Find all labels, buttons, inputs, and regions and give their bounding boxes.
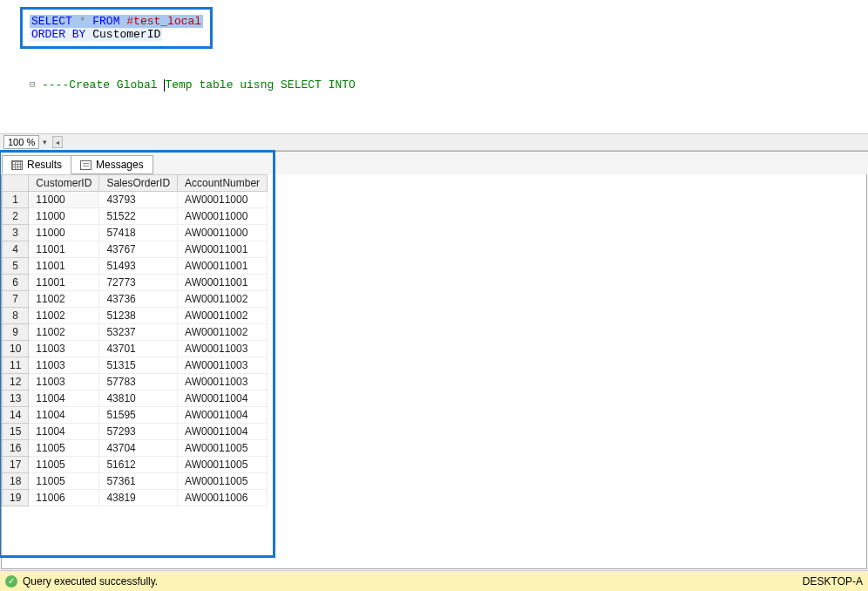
rownum-cell[interactable]: 5 bbox=[3, 258, 29, 275]
data-cell[interactable]: 11004 bbox=[29, 407, 99, 424]
rownum-cell[interactable]: 1 bbox=[3, 192, 29, 208]
rownum-cell[interactable]: 19 bbox=[3, 490, 29, 506]
rownum-cell[interactable]: 6 bbox=[3, 275, 29, 291]
data-cell[interactable]: AW00011001 bbox=[178, 275, 268, 291]
rownum-cell[interactable]: 14 bbox=[3, 407, 29, 424]
data-cell[interactable]: 57293 bbox=[99, 424, 178, 440]
data-cell[interactable]: 11003 bbox=[29, 341, 99, 357]
data-cell[interactable]: AW00011006 bbox=[178, 490, 268, 506]
data-cell[interactable]: 11000 bbox=[29, 225, 99, 241]
sql-editor[interactable]: ⊟ SELECT * FROM #test_local ORDER BY Cus… bbox=[0, 0, 868, 133]
data-cell[interactable]: AW00011002 bbox=[178, 291, 268, 308]
data-cell[interactable]: 51493 bbox=[99, 258, 178, 275]
table-row[interactable]: 161100543704AW00011005 bbox=[3, 440, 268, 457]
table-row[interactable]: 191100643819AW00011006 bbox=[3, 490, 268, 506]
data-cell[interactable]: AW00011002 bbox=[178, 308, 268, 324]
table-row[interactable]: 51100151493AW00011001 bbox=[3, 258, 268, 275]
data-cell[interactable]: 51522 bbox=[99, 208, 178, 225]
table-row[interactable]: 61100172773AW00011001 bbox=[3, 275, 268, 291]
data-cell[interactable]: AW00011002 bbox=[178, 324, 268, 341]
rownum-cell[interactable]: 17 bbox=[3, 457, 29, 473]
data-cell[interactable]: 11006 bbox=[29, 490, 99, 506]
data-cell[interactable]: 43767 bbox=[99, 241, 178, 258]
data-cell[interactable]: 51595 bbox=[99, 407, 178, 424]
data-cell[interactable]: 53237 bbox=[99, 324, 178, 341]
data-cell[interactable]: 11005 bbox=[29, 473, 99, 490]
table-row[interactable]: 11100043793AW00011000 bbox=[3, 192, 268, 208]
data-cell[interactable]: 11004 bbox=[29, 391, 99, 407]
zoom-dropdown-icon[interactable]: ▾ bbox=[43, 138, 47, 146]
data-cell[interactable]: 51238 bbox=[99, 308, 178, 324]
rownum-cell[interactable]: 10 bbox=[3, 341, 29, 357]
rownum-cell[interactable]: 2 bbox=[3, 208, 29, 225]
rownum-cell[interactable]: 8 bbox=[3, 308, 29, 324]
data-cell[interactable]: 57418 bbox=[99, 225, 178, 241]
table-row[interactable]: 101100343701AW00011003 bbox=[3, 341, 268, 357]
rownum-header[interactable] bbox=[3, 175, 29, 192]
data-cell[interactable]: 43736 bbox=[99, 291, 178, 308]
table-row[interactable]: 41100143767AW00011001 bbox=[3, 241, 268, 258]
rownum-cell[interactable]: 12 bbox=[3, 374, 29, 391]
data-cell[interactable]: AW00011000 bbox=[178, 225, 268, 241]
rownum-cell[interactable]: 11 bbox=[3, 357, 29, 374]
data-cell[interactable]: AW00011005 bbox=[178, 440, 268, 457]
data-cell[interactable]: 43704 bbox=[99, 440, 178, 457]
tab-messages[interactable]: Messages bbox=[71, 155, 153, 174]
data-cell[interactable]: 51315 bbox=[99, 357, 178, 374]
rownum-cell[interactable]: 15 bbox=[3, 424, 29, 440]
data-cell[interactable]: 43810 bbox=[99, 391, 178, 407]
data-cell[interactable]: 11002 bbox=[29, 291, 99, 308]
data-cell[interactable]: 11005 bbox=[29, 457, 99, 473]
scroll-left-icon[interactable]: ◂ bbox=[52, 136, 63, 148]
data-cell[interactable]: 11004 bbox=[29, 424, 99, 440]
data-cell[interactable]: 51612 bbox=[99, 457, 178, 473]
data-cell[interactable]: 43701 bbox=[99, 341, 178, 357]
zoom-select[interactable]: 100 % bbox=[3, 135, 39, 149]
table-row[interactable]: 181100557361AW00011005 bbox=[3, 473, 268, 490]
table-row[interactable]: 111100351315AW00011003 bbox=[3, 357, 268, 374]
results-grid[interactable]: CustomerID SalesOrderID AccountNumber 11… bbox=[2, 174, 268, 506]
rownum-cell[interactable]: 7 bbox=[3, 291, 29, 308]
table-row[interactable]: 31100057418AW00011000 bbox=[3, 225, 268, 241]
data-cell[interactable]: 11001 bbox=[29, 275, 99, 291]
collapse-icon[interactable]: ⊟ bbox=[30, 78, 36, 90]
data-cell[interactable]: AW00011001 bbox=[178, 241, 268, 258]
table-row[interactable]: 21100051522AW00011000 bbox=[3, 208, 268, 225]
rownum-cell[interactable]: 3 bbox=[3, 225, 29, 241]
table-row[interactable]: 141100451595AW00011004 bbox=[3, 407, 268, 424]
col-header-customerid[interactable]: CustomerID bbox=[29, 175, 99, 192]
data-cell[interactable]: 11003 bbox=[29, 357, 99, 374]
data-cell[interactable]: AW00011003 bbox=[178, 374, 268, 391]
data-cell[interactable]: AW00011005 bbox=[178, 473, 268, 490]
data-cell[interactable]: AW00011004 bbox=[178, 407, 268, 424]
table-row[interactable]: 171100551612AW00011005 bbox=[3, 457, 268, 473]
data-cell[interactable]: AW00011001 bbox=[178, 258, 268, 275]
data-cell[interactable]: 57783 bbox=[99, 374, 178, 391]
data-cell[interactable]: AW00011003 bbox=[178, 357, 268, 374]
data-cell[interactable]: 72773 bbox=[99, 275, 178, 291]
col-header-accountnumber[interactable]: AccountNumber bbox=[178, 175, 268, 192]
col-header-salesorderid[interactable]: SalesOrderID bbox=[99, 175, 178, 192]
table-row[interactable]: 91100253237AW00011002 bbox=[3, 324, 268, 341]
data-cell[interactable]: AW00011000 bbox=[178, 192, 268, 208]
data-cell[interactable]: 43793 bbox=[99, 192, 178, 208]
data-cell[interactable]: 11001 bbox=[29, 258, 99, 275]
data-cell[interactable]: 11001 bbox=[29, 241, 99, 258]
rownum-cell[interactable]: 4 bbox=[3, 241, 29, 258]
table-row[interactable]: 151100457293AW00011004 bbox=[3, 424, 268, 440]
tab-results[interactable]: Results bbox=[2, 155, 71, 174]
data-cell[interactable]: AW00011004 bbox=[178, 391, 268, 407]
rownum-cell[interactable]: 13 bbox=[3, 391, 29, 407]
data-cell[interactable]: 11005 bbox=[29, 440, 99, 457]
data-cell[interactable]: AW00011005 bbox=[178, 457, 268, 473]
rownum-cell[interactable]: 18 bbox=[3, 473, 29, 490]
data-cell[interactable]: 11003 bbox=[29, 374, 99, 391]
data-cell[interactable]: 11002 bbox=[29, 308, 99, 324]
table-row[interactable]: 71100243736AW00011002 bbox=[3, 291, 268, 308]
data-cell[interactable]: AW00011004 bbox=[178, 424, 268, 440]
rownum-cell[interactable]: 9 bbox=[3, 324, 29, 341]
data-cell[interactable]: AW00011000 bbox=[178, 208, 268, 225]
data-cell[interactable]: 11000 bbox=[29, 208, 99, 225]
results-grid-container[interactable]: CustomerID SalesOrderID AccountNumber 11… bbox=[1, 174, 867, 569]
data-cell[interactable]: 11002 bbox=[29, 324, 99, 341]
